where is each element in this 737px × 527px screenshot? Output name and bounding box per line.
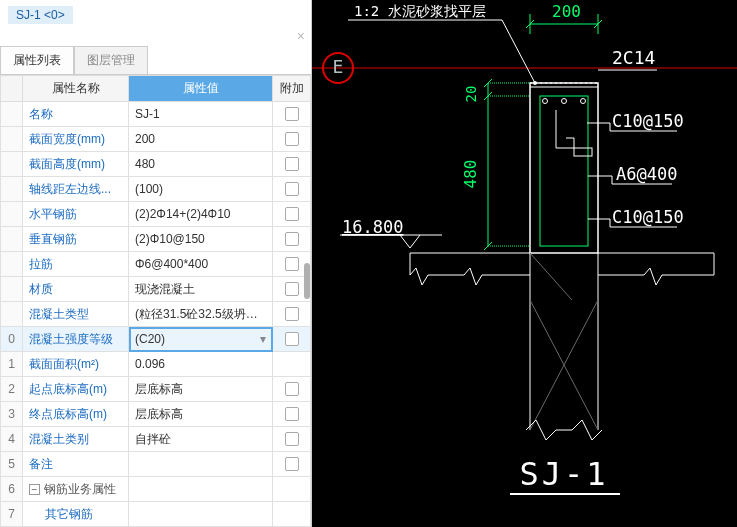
tree-toggle-icon[interactable]: − — [29, 484, 40, 495]
svg-point-15 — [543, 99, 548, 104]
extra-cell[interactable] — [273, 377, 311, 402]
property-table: 属性名称 属性值 附加 名称SJ-1截面宽度(mm)200截面高度(mm)480… — [0, 75, 311, 527]
table-row[interactable]: 名称SJ-1 — [1, 102, 311, 127]
extra-cell[interactable] — [273, 127, 311, 152]
table-row[interactable]: 轴线距左边线...(100) — [1, 177, 311, 202]
property-value[interactable]: 层底标高 — [129, 402, 273, 427]
property-value[interactable]: (C20)▾ — [129, 327, 273, 352]
extra-cell[interactable] — [273, 452, 311, 477]
property-value[interactable]: 现浇混凝土 — [129, 277, 273, 302]
tabs: 属性列表 图层管理 — [0, 46, 311, 75]
property-name: 其它钢筋 — [23, 502, 129, 527]
top-strip: SJ-1 <0> — [0, 0, 311, 28]
extra-cell[interactable] — [273, 402, 311, 427]
table-row[interactable]: 0混凝土强度等级(C20)▾ — [1, 327, 311, 352]
table-row[interactable]: 3终点底标高(m)层底标高 — [1, 402, 311, 427]
extra-checkbox[interactable] — [285, 382, 299, 396]
table-row[interactable]: 5备注 — [1, 452, 311, 477]
property-name: 拉筋 — [23, 252, 129, 277]
property-value[interactable]: 层底标高 — [129, 377, 273, 402]
tab-properties[interactable]: 属性列表 — [0, 46, 74, 74]
label-2c14: 2C14 — [612, 47, 655, 68]
property-name: 材质 — [23, 277, 129, 302]
extra-cell[interactable] — [273, 302, 311, 327]
row-number: 4 — [1, 427, 23, 452]
table-row[interactable]: 材质现浇混凝土 — [1, 277, 311, 302]
extra-checkbox[interactable] — [285, 332, 299, 346]
extra-checkbox[interactable] — [285, 432, 299, 446]
extra-cell[interactable] — [273, 152, 311, 177]
chevron-down-icon[interactable]: ▾ — [260, 332, 266, 346]
property-value[interactable]: (2)2Φ14+(2)4Φ10 — [129, 202, 273, 227]
row-number: 5 — [1, 452, 23, 477]
row-number — [1, 227, 23, 252]
extra-checkbox[interactable] — [285, 207, 299, 221]
extra-checkbox[interactable] — [285, 107, 299, 121]
table-row[interactable]: 混凝土类型(粒径31.5砼32.5级坍落... — [1, 302, 311, 327]
table-row[interactable]: 7其它钢筋 — [1, 502, 311, 527]
property-name: 水平钢筋 — [23, 202, 129, 227]
row-number — [1, 102, 23, 127]
row-number: 1 — [1, 352, 23, 377]
property-value[interactable]: 200 — [129, 127, 273, 152]
extra-checkbox[interactable] — [285, 157, 299, 171]
property-name: 备注 — [23, 452, 129, 477]
extra-checkbox[interactable] — [285, 457, 299, 471]
property-table-wrap: 属性名称 属性值 附加 名称SJ-1截面宽度(mm)200截面高度(mm)480… — [0, 75, 311, 527]
col-name[interactable]: 属性名称 — [23, 76, 129, 102]
extra-checkbox[interactable] — [285, 132, 299, 146]
property-value[interactable] — [129, 502, 273, 527]
close-icon[interactable]: × — [0, 28, 311, 46]
row-number — [1, 302, 23, 327]
col-extra[interactable]: 附加 — [273, 76, 311, 102]
property-value[interactable]: (100) — [129, 177, 273, 202]
extra-checkbox[interactable] — [285, 232, 299, 246]
table-row[interactable]: 4混凝土类别自拌砼 — [1, 427, 311, 452]
property-value[interactable]: 480 — [129, 152, 273, 177]
property-value[interactable] — [129, 452, 273, 477]
extra-checkbox[interactable] — [285, 307, 299, 321]
table-row[interactable]: 拉筋Φ6@400*400 — [1, 252, 311, 277]
col-value[interactable]: 属性值 — [129, 76, 273, 102]
property-value[interactable] — [129, 477, 273, 502]
svg-line-45 — [530, 253, 572, 300]
extra-cell[interactable] — [273, 427, 311, 452]
table-row[interactable]: 1截面面积(m²)0.096 — [1, 352, 311, 377]
property-value[interactable]: (2)Φ10@150 — [129, 227, 273, 252]
property-value[interactable]: 0.096 — [129, 352, 273, 377]
row-number: 3 — [1, 402, 23, 427]
table-row[interactable]: 6−钢筋业务属性 — [1, 477, 311, 502]
table-row[interactable]: 垂直钢筋(2)Φ10@150 — [1, 227, 311, 252]
property-value[interactable]: Φ6@400*400 — [129, 252, 273, 277]
property-name: −钢筋业务属性 — [23, 477, 129, 502]
extra-cell[interactable] — [273, 327, 311, 352]
table-row[interactable]: 截面高度(mm)480 — [1, 152, 311, 177]
tab-layers[interactable]: 图层管理 — [74, 46, 148, 74]
row-number: 0 — [1, 327, 23, 352]
left-panel: SJ-1 <0> × 属性列表 图层管理 属性名称 属性值 附加 名称SJ-1截… — [0, 0, 312, 527]
extra-cell[interactable] — [273, 202, 311, 227]
row-number — [1, 252, 23, 277]
property-value[interactable]: (粒径31.5砼32.5级坍落... — [129, 302, 273, 327]
row-number — [1, 177, 23, 202]
extra-cell[interactable] — [273, 477, 311, 502]
table-row[interactable]: 截面宽度(mm)200 — [1, 127, 311, 152]
property-name: 混凝土类别 — [23, 427, 129, 452]
property-value[interactable]: SJ-1 — [129, 102, 273, 127]
component-tag[interactable]: SJ-1 <0> — [8, 6, 73, 24]
cad-viewport[interactable]: E 1:2 水泥砂浆找平层 200 2C14 — [312, 0, 737, 527]
extra-checkbox[interactable] — [285, 257, 299, 271]
scrollbar-thumb[interactable] — [304, 263, 310, 299]
extra-checkbox[interactable] — [285, 407, 299, 421]
property-name: 截面面积(m²) — [23, 352, 129, 377]
property-value[interactable]: 自拌砼 — [129, 427, 273, 452]
extra-cell[interactable] — [273, 502, 311, 527]
extra-cell[interactable] — [273, 177, 311, 202]
table-row[interactable]: 水平钢筋(2)2Φ14+(2)4Φ10 — [1, 202, 311, 227]
table-row[interactable]: 2起点底标高(m)层底标高 — [1, 377, 311, 402]
extra-cell[interactable] — [273, 102, 311, 127]
extra-checkbox[interactable] — [285, 282, 299, 296]
extra-cell[interactable] — [273, 227, 311, 252]
extra-checkbox[interactable] — [285, 182, 299, 196]
extra-cell[interactable] — [273, 352, 311, 377]
